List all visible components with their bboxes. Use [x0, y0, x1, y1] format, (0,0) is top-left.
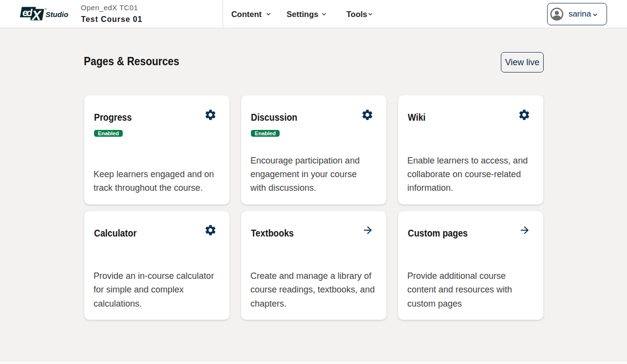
svg-text:X: X	[31, 8, 42, 22]
svg-text:ed: ed	[22, 7, 33, 18]
